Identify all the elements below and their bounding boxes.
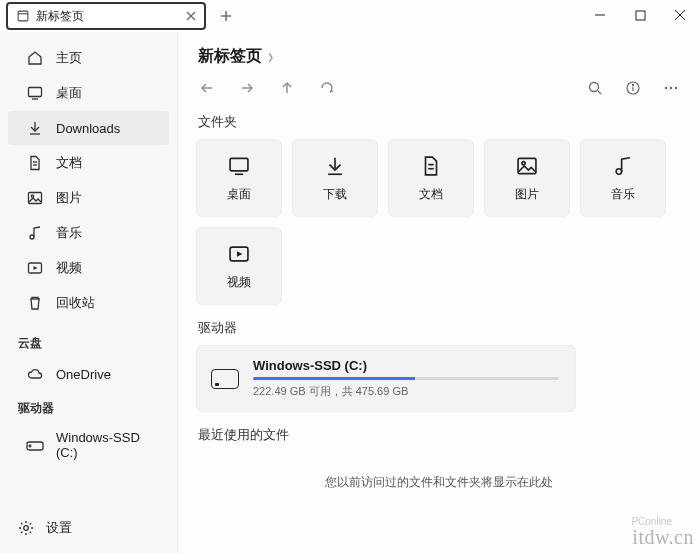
svg-rect-16 xyxy=(29,193,42,204)
sidebar: 主页 桌面 Downloads 文档 图片 xyxy=(0,32,178,553)
gear-icon xyxy=(18,520,34,536)
svg-rect-7 xyxy=(636,11,645,20)
more-button[interactable] xyxy=(660,77,682,99)
svg-point-27 xyxy=(590,83,599,92)
sidebar-item-label: 视频 xyxy=(56,259,82,277)
sidebar-item-home[interactable]: 主页 xyxy=(8,41,169,75)
toolbar xyxy=(196,75,682,109)
folder-tile-label: 下载 xyxy=(323,186,347,203)
home-icon xyxy=(26,49,44,67)
sidebar-item-videos[interactable]: 视频 xyxy=(8,251,169,285)
svg-point-42 xyxy=(522,161,525,164)
sidebar-item-label: Downloads xyxy=(56,121,120,136)
folder-tile-documents[interactable]: 文档 xyxy=(388,139,474,217)
document-icon xyxy=(419,154,443,178)
sidebar-item-label: 音乐 xyxy=(56,224,82,242)
picture-icon xyxy=(515,154,539,178)
folder-tile-label: 视频 xyxy=(227,274,251,291)
drive-usage-bar xyxy=(253,377,559,380)
svg-point-31 xyxy=(632,84,633,85)
video-icon xyxy=(227,242,251,266)
desktop-icon xyxy=(227,154,251,178)
sidebar-item-music[interactable]: 音乐 xyxy=(8,216,169,250)
main-pane: 新标签页 › 文件夹 桌面 xyxy=(178,32,700,553)
breadcrumb: 新标签页 › xyxy=(196,42,682,75)
search-button[interactable] xyxy=(584,77,606,99)
folder-tile-desktop[interactable]: 桌面 xyxy=(196,139,282,217)
tab-new[interactable]: 新标签页 xyxy=(6,2,206,30)
desktop-icon xyxy=(26,84,44,102)
svg-point-17 xyxy=(31,195,33,197)
download-icon xyxy=(323,154,347,178)
info-button[interactable] xyxy=(622,77,644,99)
sidebar-item-drive-c[interactable]: Windows-SSD (C:) xyxy=(8,422,169,468)
close-button[interactable] xyxy=(660,0,700,30)
sidebar-item-label: 文档 xyxy=(56,154,82,172)
sidebar-item-settings[interactable]: 设置 xyxy=(0,509,177,547)
svg-rect-35 xyxy=(230,158,248,170)
svg-point-23 xyxy=(24,526,29,531)
sidebar-heading-cloud: 云盘 xyxy=(0,327,177,356)
drive-free-text: 222.49 GB 可用，共 475.69 GB xyxy=(253,384,559,399)
tab-bar: 新标签页 xyxy=(0,0,580,30)
close-icon[interactable] xyxy=(184,9,198,23)
tab-title: 新标签页 xyxy=(36,8,184,25)
window-controls xyxy=(580,0,700,30)
music-icon xyxy=(611,154,635,178)
sidebar-item-recycle[interactable]: 回收站 xyxy=(8,286,169,320)
svg-point-43 xyxy=(616,168,622,174)
drive-card[interactable]: Windows-SSD (C:) 222.49 GB 可用，共 475.69 G… xyxy=(196,345,576,412)
sidebar-item-label: 设置 xyxy=(46,519,72,537)
maximize-button[interactable] xyxy=(620,0,660,30)
folder-tile-downloads[interactable]: 下载 xyxy=(292,139,378,217)
section-folders-title: 文件夹 xyxy=(198,113,682,131)
folder-tile-pictures[interactable]: 图片 xyxy=(484,139,570,217)
svg-point-32 xyxy=(665,87,667,89)
back-button[interactable] xyxy=(196,77,218,99)
sidebar-item-label: Windows-SSD (C:) xyxy=(56,430,155,460)
svg-point-22 xyxy=(29,445,31,447)
folder-tile-videos[interactable]: 视频 xyxy=(196,227,282,305)
svg-point-34 xyxy=(675,87,677,89)
svg-rect-0 xyxy=(18,11,28,21)
forward-button[interactable] xyxy=(236,77,258,99)
sidebar-item-label: 回收站 xyxy=(56,294,95,312)
folder-tile-music[interactable]: 音乐 xyxy=(580,139,666,217)
drive-name: Windows-SSD (C:) xyxy=(253,358,559,373)
sidebar-item-label: 图片 xyxy=(56,189,82,207)
sidebar-item-downloads[interactable]: Downloads xyxy=(8,111,169,145)
drive-icon xyxy=(26,436,44,454)
folders-grid: 桌面 下载 文档 图片 音乐 xyxy=(196,139,682,305)
trash-icon xyxy=(26,294,44,312)
minimize-button[interactable] xyxy=(580,0,620,30)
drive-usage-fill xyxy=(253,377,415,380)
svg-rect-10 xyxy=(29,88,42,97)
sidebar-item-onedrive[interactable]: OneDrive xyxy=(8,357,169,391)
tab-icon xyxy=(16,9,30,23)
cloud-icon xyxy=(26,365,44,383)
drive-info: Windows-SSD (C:) 222.49 GB 可用，共 475.69 G… xyxy=(253,358,559,399)
breadcrumb-current[interactable]: 新标签页 xyxy=(198,46,262,67)
video-icon xyxy=(26,259,44,277)
svg-rect-41 xyxy=(518,158,536,173)
folder-tile-label: 文档 xyxy=(419,186,443,203)
sidebar-heading-drives: 驱动器 xyxy=(0,392,177,421)
up-button[interactable] xyxy=(276,77,298,99)
music-icon xyxy=(26,224,44,242)
download-icon xyxy=(26,119,44,137)
chevron-right-icon: › xyxy=(268,44,273,69)
refresh-button[interactable] xyxy=(316,77,338,99)
sidebar-item-label: 主页 xyxy=(56,49,82,67)
new-tab-button[interactable] xyxy=(212,2,240,30)
titlebar: 新标签页 xyxy=(0,0,700,32)
sidebar-item-documents[interactable]: 文档 xyxy=(8,146,169,180)
pconline-watermark: PConline xyxy=(631,516,672,527)
sidebar-item-desktop[interactable]: 桌面 xyxy=(8,76,169,110)
sidebar-item-pictures[interactable]: 图片 xyxy=(8,181,169,215)
folder-tile-label: 图片 xyxy=(515,186,539,203)
drive-icon xyxy=(211,369,239,389)
svg-marker-45 xyxy=(237,251,243,257)
svg-line-28 xyxy=(598,91,601,94)
section-recent-title: 最近使用的文件 xyxy=(198,426,682,444)
picture-icon xyxy=(26,189,44,207)
